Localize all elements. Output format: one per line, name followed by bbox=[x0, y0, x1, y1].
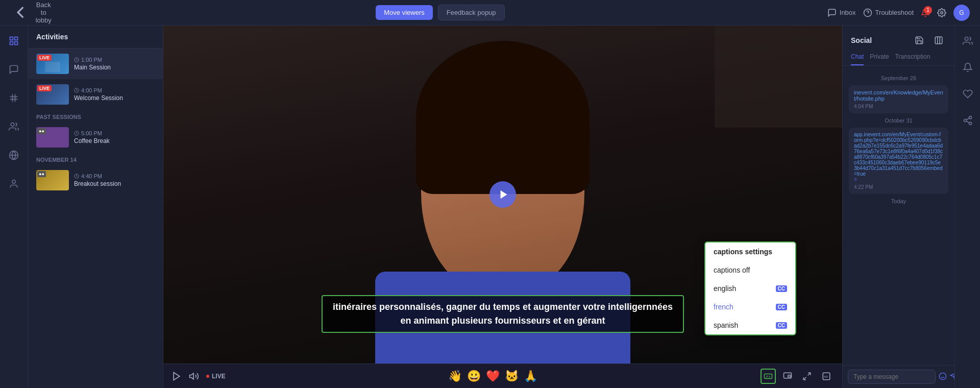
activities-panel: Activities LIVE 1:00 PM Main Session LIV… bbox=[28, 26, 163, 388]
social-expand-button[interactable] bbox=[931, 33, 946, 48]
read-more-link[interactable]: > bbox=[854, 177, 943, 182]
chat-input-area bbox=[843, 365, 954, 388]
back-to-lobby-button[interactable]: Back to lobby bbox=[10, 1, 53, 24]
troubleshoot-button[interactable]: Troubleshoot bbox=[863, 8, 914, 17]
volume-button[interactable] bbox=[189, 371, 199, 381]
session-thumb-main: LIVE bbox=[36, 54, 69, 74]
session-time-welcome: 4:00 PM bbox=[74, 87, 155, 93]
caption-english-item[interactable]: english CC bbox=[705, 279, 795, 298]
emoji-heart[interactable]: ❤️ bbox=[486, 370, 500, 383]
far-right-icon-share[interactable] bbox=[959, 111, 977, 130]
social-save-button[interactable] bbox=[912, 33, 927, 48]
caption-off-item[interactable]: captions off bbox=[705, 261, 795, 279]
inbox-button[interactable]: Inbox bbox=[827, 8, 856, 17]
svg-rect-3 bbox=[10, 37, 13, 40]
tab-transcription[interactable]: Transcription bbox=[895, 53, 930, 65]
svg-text:AR: AR bbox=[824, 375, 828, 378]
video-ctrl-right: AR bbox=[761, 369, 834, 384]
social-tabs: Chat Private Transcription bbox=[843, 48, 954, 66]
top-bar: Back to lobby Move viewers Feedback popu… bbox=[0, 0, 980, 26]
far-right-icon-heart[interactable] bbox=[959, 85, 977, 103]
session-item-breakout[interactable]: ●● 4:40 PM Breakout session bbox=[28, 165, 163, 196]
ar-button[interactable]: AR bbox=[819, 369, 834, 384]
session-name-coffee: Coffee Break bbox=[74, 137, 155, 144]
session-thumb-breakout: ●● bbox=[36, 170, 69, 190]
svg-line-25 bbox=[808, 373, 811, 375]
session-info-main: 1:00 PM Main Session bbox=[74, 57, 155, 71]
left-sidebar bbox=[0, 26, 28, 388]
session-name-welcome: Welcome Session bbox=[74, 94, 155, 102]
cc-button[interactable] bbox=[761, 369, 776, 384]
emoji-wave[interactable]: 👋 bbox=[448, 370, 462, 383]
notification-bell[interactable]: 1 bbox=[921, 8, 930, 17]
november-label: November 14 bbox=[28, 153, 163, 165]
social-header: Social bbox=[843, 26, 954, 48]
session-time-coffee: 5:00 PM bbox=[74, 130, 155, 136]
sidebar-icon-grid[interactable] bbox=[5, 89, 23, 107]
feedback-popup-button[interactable]: Feedback popup bbox=[438, 5, 505, 20]
svg-point-37 bbox=[964, 119, 966, 122]
play-button[interactable] bbox=[489, 181, 516, 208]
emoji-picker-button[interactable] bbox=[939, 372, 947, 382]
date-today: Today bbox=[849, 198, 948, 204]
top-bar-right: Inbox Troubleshoot 1 G bbox=[827, 5, 970, 21]
caption-settings-item[interactable]: captions settings bbox=[705, 243, 795, 261]
svg-point-14 bbox=[12, 180, 16, 184]
svg-point-2 bbox=[941, 11, 943, 14]
svg-marker-21 bbox=[190, 373, 194, 379]
svg-point-35 bbox=[965, 37, 968, 41]
user-avatar[interactable]: G bbox=[953, 5, 970, 21]
social-panel: Social Chat Private Transcription Septem… bbox=[842, 26, 954, 388]
far-right-bar bbox=[954, 26, 980, 388]
sidebar-icon-chat[interactable] bbox=[5, 60, 23, 79]
session-time-main: 1:00 PM bbox=[74, 57, 155, 63]
emoji-cat[interactable]: 🐱 bbox=[505, 370, 519, 383]
sidebar-icon-person[interactable] bbox=[5, 175, 23, 193]
english-cc-badge: CC bbox=[776, 285, 787, 292]
caption-menu: captions settings captions off english C… bbox=[704, 241, 796, 335]
svg-line-39 bbox=[966, 121, 969, 123]
top-bar-left: Back to lobby bbox=[10, 1, 53, 24]
svg-line-26 bbox=[803, 377, 806, 379]
far-right-icon-people[interactable] bbox=[959, 32, 977, 50]
session-info-welcome: 4:00 PM Welcome Session bbox=[74, 87, 155, 102]
emoji-reactions: 👋 😀 ❤️ 🐱 🙏 bbox=[233, 370, 753, 383]
pip-button[interactable] bbox=[780, 369, 795, 384]
far-right-icon-bell[interactable] bbox=[959, 58, 977, 77]
main-layout: Activities LIVE 1:00 PM Main Session LIV… bbox=[0, 26, 980, 388]
chat-input[interactable] bbox=[848, 370, 936, 384]
chat-link-2[interactable]: app.inevent.com/en/MyEvent/custom-form.p… bbox=[849, 128, 948, 194]
session-name-breakout: Breakout session bbox=[74, 180, 155, 187]
play-pause-button[interactable] bbox=[172, 371, 182, 381]
video-controls: LIVE 👋 😀 ❤️ 🐱 🙏 AR bbox=[163, 363, 842, 388]
settings-button[interactable] bbox=[937, 8, 946, 17]
emoji-smile[interactable]: 😀 bbox=[467, 370, 481, 383]
caption-french-item[interactable]: french CC bbox=[705, 298, 795, 316]
date-oct31: October 31 bbox=[849, 117, 948, 124]
svg-point-30 bbox=[939, 373, 946, 379]
move-viewers-button[interactable]: Move viewers bbox=[376, 5, 432, 20]
live-dot bbox=[206, 375, 209, 378]
svg-marker-20 bbox=[174, 372, 180, 380]
fullscreen-button[interactable] bbox=[799, 369, 815, 384]
sidebar-icon-globe[interactable] bbox=[5, 146, 23, 164]
session-info-coffee: 5:00 PM Coffee Break bbox=[74, 130, 155, 144]
svg-marker-19 bbox=[500, 190, 507, 199]
live-badge-2: LIVE bbox=[37, 85, 52, 91]
sidebar-icon-home[interactable] bbox=[5, 32, 23, 50]
chat-link-1[interactable]: inevent.com/en/Knowledge/MyEvent/hotsite… bbox=[849, 85, 948, 113]
tab-private[interactable]: Private bbox=[870, 53, 889, 65]
session-item-coffee[interactable]: ●● 5:00 PM Coffee Break bbox=[28, 122, 163, 153]
session-time-breakout: 4:40 PM bbox=[74, 173, 155, 179]
session-item-main[interactable]: LIVE 1:00 PM Main Session bbox=[28, 48, 163, 79]
sidebar-icon-users[interactable] bbox=[5, 117, 23, 136]
svg-rect-22 bbox=[765, 374, 772, 378]
tab-chat[interactable]: Chat bbox=[851, 53, 864, 65]
emoji-pray[interactable]: 🙏 bbox=[524, 370, 537, 383]
french-cc-badge: CC bbox=[776, 304, 787, 310]
session-thumb-welcome: LIVE bbox=[36, 84, 69, 105]
social-messages: September 26 inevent.com/en/Knowledge/My… bbox=[843, 66, 954, 365]
svg-rect-5 bbox=[15, 42, 18, 45]
caption-spanish-item[interactable]: spanish CC bbox=[705, 316, 795, 334]
session-item-welcome[interactable]: LIVE 4:00 PM Welcome Session bbox=[28, 79, 163, 110]
